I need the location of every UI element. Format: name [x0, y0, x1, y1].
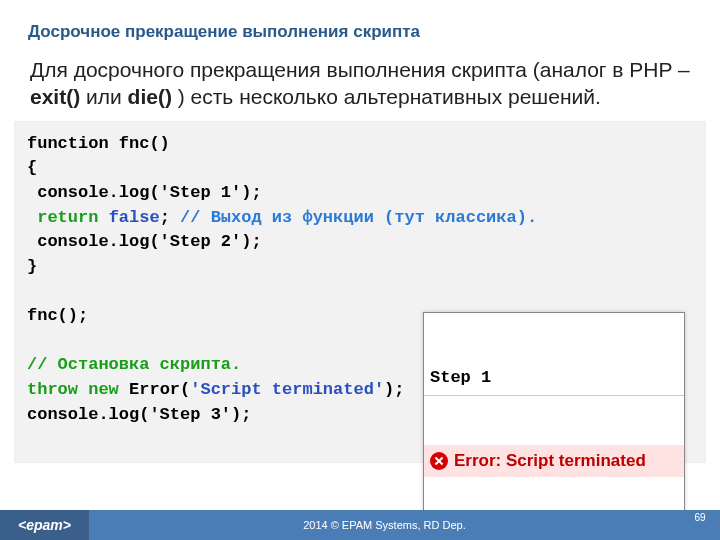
code-string: 'Script terminated' [190, 380, 384, 399]
body-mid: или [80, 85, 127, 108]
code-comment: // Остановка скрипта. [27, 355, 241, 374]
body-bold-exit: exit() [30, 85, 80, 108]
code-false: false [109, 208, 160, 227]
code-semi: ; [160, 208, 180, 227]
code-line: console.log('Step 1'); [27, 183, 262, 202]
epam-logo: <epam> [0, 510, 89, 540]
code-line: } [27, 257, 37, 276]
error-icon [430, 452, 448, 470]
slide-body: Для досрочного прекращения выполнения ск… [0, 42, 720, 121]
console-log-row: Step 1 [424, 362, 684, 396]
code-line: fnc(); [27, 306, 88, 325]
console-error-text: Error: Script terminated [454, 449, 646, 474]
code-line: console.log('Step 3'); [27, 405, 251, 424]
body-pre: Для досрочного прекращения выполнения ск… [30, 58, 690, 81]
code-line: { [27, 158, 37, 177]
code-line: console.log('Step 2'); [27, 232, 262, 251]
page-number: 69 [680, 510, 720, 540]
code-block: function fnc() { console.log('Step 1'); … [14, 121, 706, 463]
code-keyword: return [37, 208, 108, 227]
body-post: ) есть несколько альтернативных решений. [172, 85, 601, 108]
code-close: ); [384, 380, 404, 399]
code-keyword: throw new [27, 380, 129, 399]
slide-title: Досрочное прекращение выполнения скрипта [0, 0, 720, 42]
code-err-class: Error [129, 380, 180, 399]
code-paren: ( [180, 380, 190, 399]
code-line: function fnc() [27, 134, 170, 153]
code-line [27, 208, 37, 227]
console-error-row: Error: Script terminated [424, 445, 684, 478]
body-bold-die: die() [128, 85, 172, 108]
slide-footer: <epam> 2014 © EPAM Systems, RD Dep. 69 [0, 510, 720, 540]
footer-copyright: 2014 © EPAM Systems, RD Dep. [89, 510, 680, 540]
code-comment: // Выход из функции (тут классика). [180, 208, 537, 227]
console-popup: Step 1 Error: Script terminated [423, 312, 685, 528]
